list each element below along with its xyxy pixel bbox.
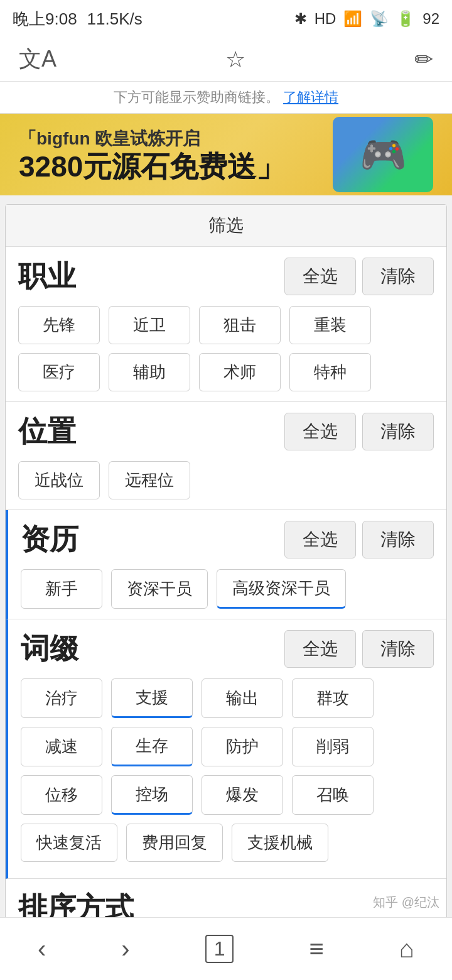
home-icon: ⌂ xyxy=(399,935,414,963)
job-section: 职业 全选 清除 先锋 近卫 狙击 重装 医疗 辅助 术师 特种 xyxy=(6,247,446,402)
job-select-all-button[interactable]: 全选 xyxy=(284,258,356,295)
seniority-section: 资历 全选 清除 新手 资深干员 高级资深干员 xyxy=(6,510,446,619)
position-clear-button[interactable]: 清除 xyxy=(362,413,434,450)
seniority-select-all-button[interactable]: 全选 xyxy=(284,521,356,558)
position-tag-0[interactable]: 近战位 xyxy=(18,461,100,499)
position-header: 位置 全选 清除 xyxy=(18,412,434,451)
signal-hd-icon: HD xyxy=(315,10,336,28)
page-icon: 1 xyxy=(205,935,234,963)
nav-home-button[interactable]: ⌂ xyxy=(399,935,414,963)
affix-tag-12[interactable]: 快速复活 xyxy=(21,824,117,862)
bookmark-icon[interactable]: ☆ xyxy=(225,46,245,73)
share-icon[interactable]: ✏ xyxy=(414,46,433,73)
seniority-tag-0[interactable]: 新手 xyxy=(21,569,102,609)
nav-back-button[interactable]: ‹ xyxy=(38,935,46,963)
ad-character-image: 🎮 xyxy=(333,117,433,192)
nav-forward-button[interactable]: › xyxy=(121,935,129,963)
affix-tags: 治疗 支援 输出 群攻 减速 生存 防护 削弱 位移 控场 爆发 召唤 快速复活… xyxy=(21,678,434,862)
affix-tag-1[interactable]: 支援 xyxy=(111,678,193,718)
signal-bar-icon: 📶 xyxy=(343,10,362,28)
status-time: 晚上9:08 xyxy=(13,8,77,30)
filter-panel-header: 筛选 xyxy=(6,205,446,247)
seniority-clear-button[interactable]: 清除 xyxy=(362,521,434,558)
position-section: 位置 全选 清除 近战位 远程位 xyxy=(6,402,446,510)
filter-panel-title: 筛选 xyxy=(208,214,244,237)
nav-menu-button[interactable]: ≡ xyxy=(309,935,323,963)
seniority-tag-1[interactable]: 资深干员 xyxy=(111,569,208,609)
ad-notice: 下方可能显示赞助商链接。 了解详情 xyxy=(0,82,452,114)
job-tag-4[interactable]: 医疗 xyxy=(18,353,100,391)
affix-section: 词缀 全选 清除 治疗 支援 输出 群攻 减速 生存 防护 削弱 位移 控场 爆… xyxy=(6,619,446,879)
job-tag-3[interactable]: 重装 xyxy=(289,306,371,344)
affix-tag-7[interactable]: 削弱 xyxy=(292,727,374,766)
position-actions: 全选 清除 xyxy=(284,413,434,450)
affix-tag-6[interactable]: 防护 xyxy=(202,727,283,766)
job-tag-1[interactable]: 近卫 xyxy=(109,306,190,344)
affix-tag-9[interactable]: 控场 xyxy=(111,775,193,815)
affix-tag-5[interactable]: 生存 xyxy=(111,727,193,766)
affix-tag-10[interactable]: 爆发 xyxy=(202,775,283,815)
affix-header: 词缀 全选 清除 xyxy=(21,629,434,668)
affix-tag-14[interactable]: 支援机械 xyxy=(232,824,328,862)
job-tag-2[interactable]: 狙击 xyxy=(199,306,281,344)
job-tag-6[interactable]: 术师 xyxy=(199,353,281,391)
affix-actions: 全选 清除 xyxy=(284,630,434,668)
position-tag-1[interactable]: 远程位 xyxy=(109,461,190,499)
affix-tag-3[interactable]: 群攻 xyxy=(292,678,374,718)
position-title: 位置 xyxy=(18,412,76,451)
affix-tag-2[interactable]: 输出 xyxy=(202,678,283,718)
status-left: 晚上9:08 11.5K/s xyxy=(13,8,143,30)
top-bar: 文A ☆ ✏ xyxy=(0,38,452,82)
menu-icon: ≡ xyxy=(309,935,323,963)
job-actions: 全选 清除 xyxy=(284,258,434,295)
affix-tag-13[interactable]: 费用回复 xyxy=(126,824,223,862)
affix-clear-button[interactable]: 清除 xyxy=(362,630,434,668)
back-icon: ‹ xyxy=(38,935,46,963)
status-bar: 晚上9:08 11.5K/s ✱ HD 📶 📡 🔋 92 xyxy=(0,0,452,38)
bottom-nav: ‹ › 1 ≡ ⌂ xyxy=(0,917,452,980)
ad-text: 「bigfun 欧皇试炼开启 3280元源石免费送」 xyxy=(19,127,285,183)
job-tags: 先锋 近卫 狙击 重装 医疗 辅助 术师 特种 xyxy=(18,306,434,391)
ad-learn-more-link[interactable]: 了解详情 xyxy=(283,89,338,105)
bluetooth-icon: ✱ xyxy=(294,10,307,28)
battery-level: 92 xyxy=(422,10,439,28)
seniority-tags: 新手 资深干员 高级资深干员 xyxy=(21,569,434,609)
ad-banner[interactable]: 「bigfun 欧皇试炼开启 3280元源石免费送」 🎮 xyxy=(0,114,452,195)
job-header: 职业 全选 清除 xyxy=(18,257,434,296)
position-tags: 近战位 远程位 xyxy=(18,461,434,499)
ad-brand-text: 「bigfun 欧皇试炼开启 xyxy=(19,127,285,151)
status-speed: 11.5K/s xyxy=(87,9,143,29)
seniority-header: 资历 全选 清除 xyxy=(21,520,434,559)
seniority-title: 资历 xyxy=(21,520,78,559)
nav-page-button[interactable]: 1 xyxy=(205,935,234,963)
job-tag-0[interactable]: 先锋 xyxy=(18,306,100,344)
position-select-all-button[interactable]: 全选 xyxy=(284,413,356,450)
seniority-tag-2[interactable]: 高级资深干员 xyxy=(217,569,346,609)
affix-tag-0[interactable]: 治疗 xyxy=(21,678,102,718)
wifi-icon: 📡 xyxy=(370,10,389,28)
filter-panel: 筛选 职业 全选 清除 先锋 近卫 狙击 重装 医疗 辅助 术师 特种 位置 全… xyxy=(5,204,447,980)
job-tag-5[interactable]: 辅助 xyxy=(109,353,190,391)
forward-icon: › xyxy=(121,935,129,963)
battery-icon: 🔋 xyxy=(396,10,415,28)
job-title: 职业 xyxy=(18,257,76,296)
zhihu-watermark: 知乎 @纪汰 xyxy=(373,894,439,911)
affix-title: 词缀 xyxy=(21,629,78,668)
affix-tag-11[interactable]: 召唤 xyxy=(292,775,374,815)
status-right: ✱ HD 📶 📡 🔋 92 xyxy=(294,10,439,28)
ad-main-text: 3280元源石免费送」 xyxy=(19,151,285,183)
affix-select-all-button[interactable]: 全选 xyxy=(284,630,356,668)
affix-tag-8[interactable]: 位移 xyxy=(21,775,102,815)
translate-icon[interactable]: 文A xyxy=(19,44,56,75)
affix-tag-4[interactable]: 减速 xyxy=(21,727,102,766)
job-tag-7[interactable]: 特种 xyxy=(289,353,371,391)
job-clear-button[interactable]: 清除 xyxy=(362,258,434,295)
seniority-actions: 全选 清除 xyxy=(284,521,434,558)
